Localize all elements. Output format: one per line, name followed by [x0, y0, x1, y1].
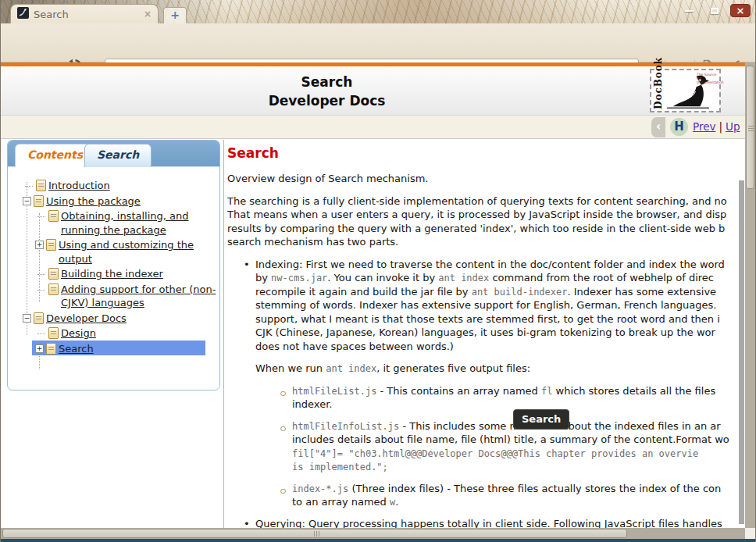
text-line: to an array named w.	[292, 495, 738, 509]
tab-contents[interactable]: Contents	[15, 144, 95, 167]
toc-item-label[interactable]: Obtaining, installing, and running the p…	[61, 208, 219, 237]
tab-search[interactable]: Search	[84, 144, 152, 167]
search-tooltip: Search	[513, 409, 569, 430]
prev-up-links: Prev|Up	[693, 120, 740, 133]
tab-favicon-icon	[17, 7, 29, 22]
vertical-scrollbar[interactable]	[745, 62, 755, 528]
scrollbar-grip	[314, 531, 321, 537]
text-line: stemming of words. Indexer has extensive…	[255, 298, 738, 312]
expand-toggle[interactable]: +	[35, 344, 44, 353]
highlight-toggle-button[interactable]: H	[670, 118, 688, 136]
toc-item-label[interactable]: Developer Docs	[46, 310, 127, 326]
docbook-tagline: The Source for Documentation	[697, 73, 717, 84]
toc-item-label[interactable]: Using and customizing the output	[59, 237, 219, 266]
topic-page-icon	[48, 268, 59, 280]
toc-item-label[interactable]: Search	[59, 341, 94, 356]
topic-page-icon	[36, 180, 46, 191]
inline-code: fil["4"]= "ch03.html@@@Developer Docs@@@…	[292, 448, 698, 459]
new-tab-button[interactable]: +	[163, 7, 187, 23]
text-segment: support, what I meant is that those text…	[255, 313, 720, 325]
text-line: search mechanism has two parts.	[227, 235, 738, 249]
window-titlebar[interactable]: Search × + ×	[1, 0, 755, 23]
text-line: The searching is a fully client-side imp…	[227, 194, 738, 209]
text-line: That means when a user enters a query, i…	[227, 208, 738, 222]
inline-code: is implemented.";	[292, 462, 388, 472]
text-line: Overview design of Search mechanism.	[227, 172, 738, 186]
content-pane: SearchOverview design of Search mechanis…	[223, 140, 747, 528]
paragraph: Overview design of Search mechanism.	[227, 172, 738, 186]
inline-code: htmlFileList.js	[292, 386, 376, 397]
maximize-button[interactable]	[704, 4, 725, 17]
text-line: Search	[227, 145, 738, 161]
text-segment: which stores details all the files	[552, 385, 715, 397]
toc-item-developer-docs[interactable]: −Developer Docs	[8, 310, 219, 326]
collapse-toggle[interactable]: −	[23, 314, 31, 323]
text-line: htmlFileList.js - This contains an array…	[292, 384, 738, 398]
toc-item-introduction[interactable]: Introduction	[8, 177, 219, 193]
toc-item-label[interactable]: Introduction	[48, 177, 110, 193]
topic-page-icon	[48, 327, 59, 339]
expand-toggle[interactable]: +	[35, 241, 44, 249]
minimize-icon	[685, 10, 694, 12]
text-segment: (Three index files) - These three files …	[348, 483, 721, 494]
topic-page-icon	[34, 312, 44, 324]
text-segment: Overview design of Search mechanism.	[227, 173, 429, 184]
content-scrollbar-thumb[interactable]	[739, 180, 744, 524]
sidebar-tabs: Contents Search	[8, 141, 219, 167]
tab-close-icon[interactable]: ×	[144, 9, 152, 20]
toc-item-design[interactable]: Design	[8, 325, 219, 341]
toc-item-obtaining-installing-and-running-the-package[interactable]: Obtaining, installing, and running the p…	[8, 208, 219, 237]
text-segment: , it generates five output files:	[376, 362, 530, 374]
list-item: Indexing: First we need to traverse the …	[227, 258, 738, 354]
prev-link[interactable]: Prev	[693, 120, 715, 133]
browser-tab[interactable]: Search ×	[10, 4, 159, 23]
text-segment: Querying: Query processing happens total…	[255, 518, 722, 529]
text-segment: to an array named	[292, 496, 390, 508]
browser-window: Search × + × ← → ☆ http://www.thingbag.n…	[0, 0, 756, 542]
list-item: htmlFileInfoList.js - This includes some…	[227, 419, 738, 474]
horizontal-scrollbar-thumb[interactable]	[2, 529, 627, 538]
text-line: fil["4"]= "ch03.html@@@Developer Docs@@@…	[292, 447, 738, 461]
text-line: Indexing: First we need to traverse the …	[255, 258, 738, 272]
toc-item-label[interactable]: Building the indexer	[61, 266, 163, 281]
text-segment: indexer.	[292, 398, 332, 410]
list-item: index-*.js (Three index files) - These t…	[227, 482, 738, 509]
tree-connector	[37, 216, 45, 217]
text-segment: stemming of words. Indexer has extensive…	[255, 299, 716, 311]
inline-code: nw-cms.jar	[271, 273, 327, 283]
sidebar-collapse-handle[interactable]: ‹	[651, 117, 665, 137]
close-button[interactable]: ×	[730, 4, 751, 17]
docbook-logo-text: DocBook	[653, 72, 664, 109]
up-link[interactable]: Up	[726, 120, 740, 133]
page-header: Search Developer Docs DocBook The Source…	[1, 66, 747, 116]
paragraph: When we run ant index, it generates five…	[227, 362, 738, 376]
list-item: Querying: Query processing happens total…	[227, 517, 738, 529]
toc-item-label[interactable]: Design	[61, 325, 96, 341]
toc-item-using-the-package[interactable]: −Using the package	[8, 193, 219, 209]
window-frame-edge	[1, 539, 755, 542]
toc-item-label[interactable]: Adding support for other (non-CJKV) lang…	[61, 281, 219, 310]
toc-item-label[interactable]: Using the package	[46, 193, 141, 209]
text-line: includes details about file name, file (…	[292, 433, 738, 447]
topic-page-icon	[34, 195, 44, 207]
vertical-scrollbar-thumb[interactable]	[746, 66, 754, 189]
toc-item-using-and-customizing-the-output[interactable]: +Using and customizing the output	[8, 237, 219, 266]
horizontal-scrollbar[interactable]	[1, 528, 747, 539]
sidebar-panel: Contents Search Introduction−Using the p…	[7, 140, 220, 390]
text-segment: Search	[227, 145, 279, 161]
minimize-button[interactable]	[679, 4, 699, 17]
collapse-toggle[interactable]: −	[23, 197, 31, 205]
text-segment: results by comparing the query with a ge…	[227, 223, 725, 234]
inline-code: htmlFileInfoList.js	[292, 421, 399, 432]
toc-item-search[interactable]: +Search	[8, 341, 219, 356]
text-line: recompile it again and build the jar fil…	[255, 285, 738, 299]
toc-item-adding-support-for-other-non-cjkv-languages[interactable]: Adding support for other (non-CJKV) lang…	[8, 281, 219, 310]
content-heading: Search	[227, 145, 738, 161]
text-segment: . Indexer has some extensive	[567, 286, 716, 298]
toc-item-building-the-indexer[interactable]: Building the indexer	[8, 266, 219, 281]
text-segment: CJK (Chinese, Japanese, Korean) language…	[255, 326, 715, 338]
content-scrollbar[interactable]	[739, 140, 744, 526]
text-segment: search mechanism has two parts.	[227, 236, 398, 248]
text-line: is implemented.";	[292, 460, 738, 474]
window-controls: ×	[679, 4, 751, 17]
